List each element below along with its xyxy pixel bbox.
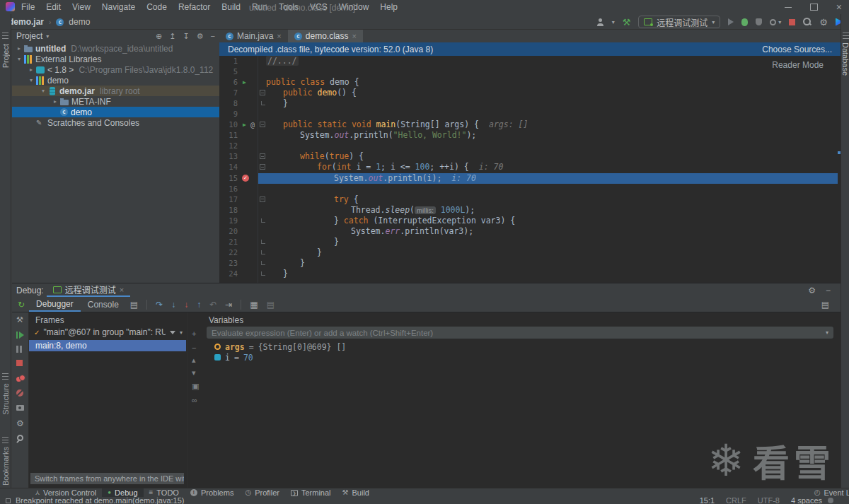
- tree-item-untitled[interactable]: ▸untitledD:\workspace_idea\untitled: [12, 43, 219, 54]
- restore-layout-icon[interactable]: ▤: [821, 300, 829, 310]
- close-icon[interactable]: ×: [836, 1, 842, 13]
- search-everywhere-icon[interactable]: [803, 18, 812, 26]
- chevron-down-icon[interactable]: ▾: [612, 19, 615, 25]
- run-configuration-select[interactable]: 远程调试测试 ▾: [638, 16, 720, 28]
- locate-file-icon[interactable]: ⊕: [156, 32, 162, 41]
- database-stripe-tab[interactable]: Database: [841, 42, 849, 76]
- menu-view[interactable]: View: [72, 2, 91, 12]
- variable-row-args[interactable]: args={String[0]@609} []: [202, 341, 841, 352]
- code-line-14[interactable]: 14for(int i = 1; i <= 100; ++i) {i: 70: [219, 162, 838, 172]
- move-watch-down-icon[interactable]: ▾: [192, 368, 196, 377]
- project-stripe-icon[interactable]: [2, 33, 8, 39]
- thread-dump-icon[interactable]: [16, 405, 24, 411]
- debug-settings-wrench-icon[interactable]: ⚒: [16, 315, 23, 324]
- breadcrumb-module[interactable]: demo.jar: [8, 17, 44, 27]
- run-to-cursor-icon[interactable]: ⇥: [225, 300, 232, 310]
- step-over-icon[interactable]: ↷: [156, 300, 163, 310]
- project-panel-title[interactable]: Project: [16, 31, 42, 41]
- step-out-icon[interactable]: ↑: [197, 300, 201, 310]
- step-into-icon[interactable]: ↓: [171, 300, 175, 310]
- code-editor[interactable]: 1//.../56▶public class demo {7public dem…: [219, 56, 838, 283]
- code-line-1[interactable]: 1//.../: [219, 56, 838, 66]
- bookmarks-stripe-icon[interactable]: [2, 437, 8, 443]
- collapse-all-icon[interactable]: ↧: [183, 32, 189, 41]
- minimize-icon[interactable]: [785, 7, 792, 8]
- menu-help[interactable]: Help: [380, 2, 398, 12]
- maximize-icon[interactable]: [810, 4, 818, 11]
- menu-code[interactable]: Code: [146, 2, 167, 12]
- frame-row[interactable]: main:8, demo: [29, 340, 186, 351]
- code-line-6[interactable]: 6▶public class demo {: [219, 77, 838, 88]
- code-line-19[interactable]: 19} catch (InterruptedException var3) {: [219, 216, 838, 226]
- close-tab-icon[interactable]: ×: [352, 32, 357, 40]
- code-line-18[interactable]: 18Thread.sleep(millis: 1000L);: [219, 205, 838, 216]
- thread-selector[interactable]: ✓ "main"@607 in group "main": RUNNING ▾: [29, 327, 187, 338]
- build-hammer-icon[interactable]: ⚒: [623, 18, 631, 27]
- tree-item-external-libraries[interactable]: ▾External Libraries: [12, 54, 219, 64]
- stop-button-icon[interactable]: [789, 19, 795, 25]
- pin-tab-icon[interactable]: [16, 435, 23, 442]
- rerun-debug-icon[interactable]: ↻: [18, 300, 25, 310]
- run-gutter-icon[interactable]: ▶: [243, 119, 246, 130]
- debug-tab-debugger[interactable]: Debugger: [29, 297, 81, 312]
- menu-build[interactable]: Build: [221, 2, 241, 12]
- user-avatar-icon[interactable]: [596, 18, 604, 26]
- editor-tab-main-java[interactable]: cMain.java×: [219, 30, 288, 42]
- hide-debug-panel-icon[interactable]: −: [826, 286, 831, 295]
- tree-toggle-icon[interactable]: ▸: [27, 66, 35, 73]
- code-line-22[interactable]: 22}: [219, 247, 838, 258]
- debug-button-icon[interactable]: [741, 18, 748, 26]
- breadcrumb-class[interactable]: demo: [69, 17, 90, 27]
- evaluate-expression-icon[interactable]: ▦: [250, 300, 258, 310]
- tree-toggle-icon[interactable]: ▸: [51, 98, 59, 105]
- toolwindow-button-build[interactable]: ⚒Build: [337, 488, 375, 497]
- menu-edit[interactable]: Edit: [46, 2, 61, 12]
- code-line-10[interactable]: 10▶@public static void main(String[] arg…: [219, 119, 838, 130]
- expression-history-icon[interactable]: ▾: [826, 329, 828, 336]
- structure-stripe-tab[interactable]: Structure: [1, 383, 10, 415]
- run-gutter-icon[interactable]: ▶: [243, 77, 246, 88]
- expand-all-icon[interactable]: ↥: [169, 32, 175, 41]
- choose-sources-link[interactable]: Choose Sources...: [762, 45, 832, 54]
- fold-collapse-icon[interactable]: [260, 153, 265, 159]
- drop-frame-icon[interactable]: ↶: [209, 300, 216, 310]
- show-watches-icon[interactable]: ∞: [192, 396, 197, 404]
- force-step-into-icon[interactable]: ↓: [184, 300, 188, 310]
- menu-navigate[interactable]: Navigate: [102, 2, 135, 12]
- toolwindow-button-terminal[interactable]: ❯Terminal: [285, 488, 337, 497]
- settings-gear-icon[interactable]: ⚙: [819, 18, 828, 27]
- breakpoint-icon[interactable]: ✓: [242, 175, 249, 182]
- hide-panel-icon[interactable]: −: [211, 32, 215, 41]
- resume-program-icon[interactable]: [16, 332, 24, 339]
- project-stripe-tab[interactable]: Project: [1, 44, 10, 68]
- evaluate-expression-input[interactable]: Evaluate expression (Enter) or add a wat…: [207, 327, 833, 339]
- view-breakpoints-icon[interactable]: [16, 375, 25, 382]
- caret-position[interactable]: 15:1: [700, 496, 715, 504]
- code-line-15[interactable]: 15✓System.out.println(i);i: 70: [219, 173, 838, 184]
- close-tab-icon[interactable]: ×: [277, 32, 281, 40]
- toolwindow-button-problems[interactable]: !Problems: [185, 488, 239, 497]
- code-line-12[interactable]: 12: [219, 141, 838, 151]
- fold-collapse-icon[interactable]: [260, 122, 265, 127]
- code-line-17[interactable]: 17try {: [219, 194, 838, 205]
- line-separator[interactable]: CRLF: [726, 496, 746, 504]
- code-line-5[interactable]: 5: [219, 66, 838, 77]
- menu-file[interactable]: File: [21, 2, 35, 12]
- code-line-24[interactable]: 24}: [219, 269, 838, 279]
- duplicate-watch-icon[interactable]: ▣: [192, 382, 199, 391]
- tree-item-demo[interactable]: ▾demo: [12, 75, 219, 86]
- tree-item-meta-inf[interactable]: ▸META-INF: [12, 96, 219, 107]
- structure-stripe-icon[interactable]: [2, 373, 8, 380]
- database-stripe-icon[interactable]: [843, 33, 849, 39]
- toolwindow-button-profiler[interactable]: ◷Profiler: [239, 488, 285, 497]
- tree-toggle-icon[interactable]: ▾: [39, 88, 47, 94]
- tree-toggle-icon[interactable]: ▾: [27, 77, 35, 83]
- coverage-icon[interactable]: [756, 18, 762, 25]
- stop-process-icon[interactable]: [16, 360, 23, 366]
- mute-renderers-icon[interactable]: ▤: [267, 300, 275, 310]
- debug-settings-gear-icon[interactable]: ⚙: [808, 286, 816, 295]
- fold-collapse-icon[interactable]: [260, 90, 265, 95]
- code-line-20[interactable]: 20System.err.println(var3);: [219, 226, 838, 237]
- settings-icon[interactable]: ⚙: [197, 32, 204, 41]
- debug-tab-console[interactable]: Console: [81, 297, 126, 312]
